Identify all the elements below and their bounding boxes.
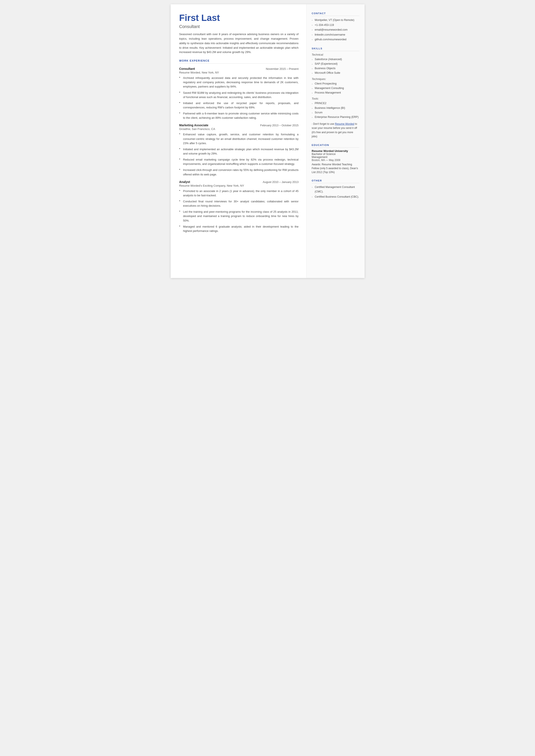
contact-section: CONTACT Montpelier, VT (Open to Remote) … <box>312 12 359 42</box>
contact-section-title: CONTACT <box>312 12 359 16</box>
list-item: Business Objects <box>312 66 359 71</box>
education-section: EDUCATION Resume Worded University Bache… <box>312 144 359 174</box>
list-item: Business Intelligence (BI) <box>312 106 359 110</box>
list-item: Certified Management Consultant (CMC). <box>312 185 359 194</box>
job-1-dates: November 2015 – Present <box>266 67 299 70</box>
education-section-title: EDUCATION <box>312 144 359 148</box>
resume-page: First Last Consultant Seasoned consultan… <box>171 4 365 278</box>
skills-section-title: SKILLS <box>312 47 359 51</box>
list-item: Management Consulting <box>312 86 359 91</box>
list-item: Archived infrequently accessed data and … <box>179 76 299 89</box>
job-3-title: Analyst <box>179 180 190 183</box>
job-1-header: Consultant November 2015 – Present <box>179 67 299 70</box>
list-item: Managed and mentored 6 graduate analysts… <box>179 225 299 233</box>
list-item: linkedin.com/in/username <box>312 32 359 37</box>
edu-school: Resume Worded University <box>312 149 359 153</box>
job-2-header: Marketing Associate February 2013 – Octo… <box>179 124 299 127</box>
other-section: OTHER Certified Management Consultant (C… <box>312 179 359 199</box>
list-item: Conducted final round interviews for 30+… <box>179 199 299 208</box>
name: First Last <box>179 13 299 23</box>
list-item: Client Prospecting <box>312 81 359 86</box>
edu-field: Management <box>312 155 359 159</box>
left-column: First Last Consultant Seasoned consultan… <box>171 4 306 278</box>
list-item: SAP (Experienced) <box>312 62 359 66</box>
skills-list-technical: Salesforce (Advanced) SAP (Experienced) … <box>312 57 359 75</box>
list-item: Certified Business Consultant (CBC). <box>312 195 359 199</box>
list-item: +1-334-453-119 <box>312 23 359 28</box>
edu-awards: Awards: Resume Worded Teaching Fellow (o… <box>312 162 359 174</box>
skills-section: SKILLS Technical: Salesforce (Advanced) … <box>312 47 359 139</box>
job-3-dates: August 2010 – January 2013 <box>263 181 298 183</box>
job-title-header: Consultant <box>179 24 299 29</box>
skills-list-techniques: Client Prospecting Management Consulting… <box>312 81 359 95</box>
list-item: Promoted to an associate in 2 years (1 y… <box>179 189 299 198</box>
job-1-title: Consultant <box>179 67 195 70</box>
list-item: Initiated and implemented an actionable … <box>179 147 299 156</box>
other-list: Certified Management Consultant (CMC). C… <box>312 185 359 199</box>
list-item: Saved RW $18M by analyzing and redesigni… <box>179 91 299 99</box>
job-3-company: Resume Worded's Exciting Company, New Yo… <box>179 184 299 187</box>
job-2-dates: February 2013 – October 2015 <box>260 124 299 127</box>
edu-dates: Boston, MA — May 2009 <box>312 159 359 162</box>
skills-category-techniques: Techniques: <box>312 78 359 81</box>
right-column: CONTACT Montpelier, VT (Open to Remote) … <box>306 4 365 278</box>
edu-degree: Bachelor of Science <box>312 153 359 155</box>
list-item: github.com/resumeworded <box>312 37 359 42</box>
list-item: Increased click-through and conversion r… <box>179 168 299 177</box>
list-item: PRINCE2 <box>312 101 359 106</box>
list-item: email@resumeworded.com <box>312 27 359 32</box>
work-experience-section-title: WORK EXPERIENCE <box>179 59 299 64</box>
list-item: Initiated and enforced the use of recycl… <box>179 101 299 110</box>
summary-text: Seasoned consultant with over 8 years of… <box>179 32 299 55</box>
job-3-header: Analyst August 2010 – January 2013 <box>179 180 299 183</box>
list-item: Salesforce (Advanced) <box>312 57 359 62</box>
other-section-title: OTHER <box>312 179 359 183</box>
skills-category-tools: Tools: <box>312 97 359 100</box>
resume-worded-link[interactable]: Resume Worded <box>335 123 354 126</box>
list-item: Scrum <box>312 110 359 115</box>
job-3-bullets: Promoted to an associate in 2 years (1 y… <box>179 189 299 233</box>
promo-text: · Don't forget to use Resume Worded to s… <box>312 122 359 139</box>
job-2-title: Marketing Associate <box>179 124 209 127</box>
list-item: Enterprise Resource Planning (ERP) <box>312 115 359 119</box>
job-2-company: Growthsi, San Francisco, CA <box>179 127 299 130</box>
list-item: Reduced email marketing campaign cycle t… <box>179 157 299 166</box>
job-1-company: Resume Worded, New York, NY <box>179 71 299 74</box>
list-item: Led the training and peer-mentoring prog… <box>179 210 299 223</box>
job-2-bullets: Enhanced value capture, growth, service,… <box>179 132 299 177</box>
skills-category-technical: Technical: <box>312 53 359 56</box>
list-item: Process Management <box>312 91 359 95</box>
list-item: Montpelier, VT (Open to Remote) <box>312 18 359 23</box>
job-1-bullets: Archived infrequently accessed data and … <box>179 76 299 120</box>
list-item: Microsoft Office Suite <box>312 71 359 75</box>
skills-list-tools: PRINCE2 Business Intelligence (BI) Scrum… <box>312 101 359 119</box>
contact-list: Montpelier, VT (Open to Remote) +1-334-4… <box>312 18 359 42</box>
list-item: Partnered with a 6-member team to promot… <box>179 111 299 120</box>
list-item: Enhanced value capture, growth, service,… <box>179 132 299 145</box>
